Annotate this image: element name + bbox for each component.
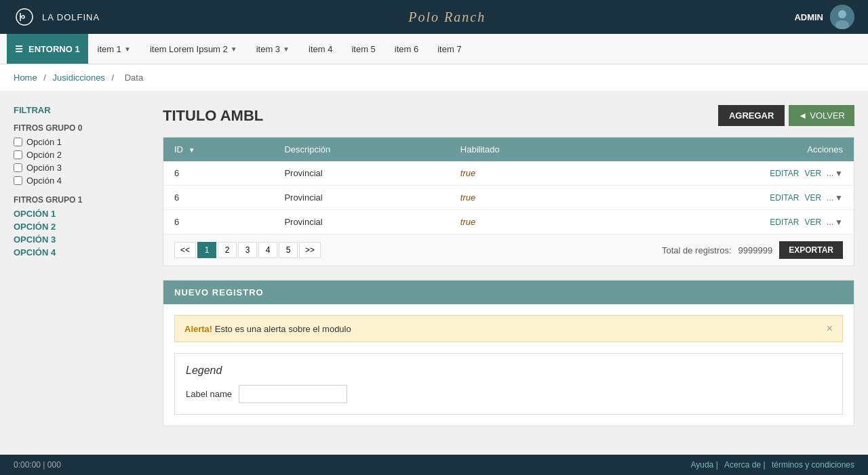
user-name: ADMIN xyxy=(794,12,823,22)
nav-item-6[interactable]: item 6 xyxy=(385,34,428,64)
page-title-row: TITULO AMBL AGREGAR ◄ VOLVER xyxy=(163,105,854,126)
filter-label-0-0: Opción 1 xyxy=(26,137,62,147)
filter-option-0-3[interactable]: Opción 4 xyxy=(14,175,149,186)
cell-id-0: 6 xyxy=(163,161,273,186)
nav-item-4[interactable]: item 4 xyxy=(299,34,342,64)
cell-desc-1: Provincial xyxy=(273,186,449,210)
logo-area: LA DOLFINA xyxy=(14,6,100,28)
back-button[interactable]: ◄ VOLVER xyxy=(789,105,854,126)
filter-checkbox-0-1[interactable] xyxy=(14,150,22,159)
breadcrumb: Home / Jusidicciones / Data xyxy=(0,64,868,91)
sidebar-link-2[interactable]: OPCIÓN 2 xyxy=(14,222,149,232)
col-acciones: Acciones xyxy=(608,138,854,161)
sort-icon-id: ▼ xyxy=(189,146,195,154)
edit-link-1[interactable]: EDITAR xyxy=(770,193,799,203)
edit-link-2[interactable]: EDITAR xyxy=(770,218,799,227)
center-title: Polo Ranch xyxy=(408,9,486,25)
more-dropdown-1[interactable]: ... ▼ xyxy=(827,193,843,203)
avatar[interactable] xyxy=(830,5,854,29)
page-2[interactable]: 2 xyxy=(218,242,237,258)
page-title: TITULO AMBL xyxy=(163,107,263,125)
filter-label-0-1: Opción 2 xyxy=(26,150,62,160)
nav-item-7[interactable]: item 7 xyxy=(428,34,471,64)
page-5[interactable]: 5 xyxy=(279,242,298,258)
cell-hab-2: true xyxy=(450,210,608,234)
table-row: 6 Provincial true EDITAR VER ... ▼ xyxy=(163,161,854,186)
nav-item-5[interactable]: item 5 xyxy=(342,34,384,64)
edit-link-0[interactable]: EDITAR xyxy=(770,169,799,178)
total-value: 9999999 xyxy=(738,245,773,255)
alert-box: Alerta! Esto es una alerta sobre el modu… xyxy=(174,315,843,342)
page-1[interactable]: 1 xyxy=(197,242,216,258)
table-row: 6 Provincial true EDITAR VER ... ▼ xyxy=(163,210,854,234)
filter-option-0-0[interactable]: Opción 1 xyxy=(14,137,149,147)
view-link-1[interactable]: VER xyxy=(804,193,821,203)
footer-link-ayuda[interactable]: Ayuda xyxy=(690,460,713,468)
add-button[interactable]: AGREGAR xyxy=(718,105,785,126)
back-button-label: VOLVER xyxy=(810,110,845,121)
pagination-row: << 1 2 3 4 5 >> Total de registros: 9999… xyxy=(163,234,854,266)
page-3[interactable]: 3 xyxy=(238,242,257,258)
filter-option-0-2[interactable]: Opción 3 xyxy=(14,163,149,173)
sidebar-link-1[interactable]: OPCIÓN 1 xyxy=(14,209,149,219)
view-link-2[interactable]: VER xyxy=(804,218,821,227)
col-descripcion: Descripción xyxy=(273,138,449,161)
filter-label-0-3: Opción 4 xyxy=(26,175,62,186)
cell-desc-0: Provincial xyxy=(273,161,449,186)
filter-checkbox-0-2[interactable] xyxy=(14,163,22,172)
nav-toggle[interactable]: ☰ ENTORNO 1 xyxy=(7,34,88,64)
footer-link-terms[interactable]: términos y condiciones xyxy=(772,460,854,468)
nav-item-1[interactable]: item 1 ▼ xyxy=(88,34,140,64)
svg-point-2 xyxy=(838,10,846,18)
breadcrumb-sep-1: / xyxy=(43,73,48,83)
hamburger-icon: ☰ xyxy=(15,44,23,54)
sidebar-filter-title: FILTRAR xyxy=(14,105,149,115)
breadcrumb-home[interactable]: Home xyxy=(14,73,37,83)
view-link-0[interactable]: VER xyxy=(804,169,821,178)
sidebar-link-3[interactable]: OPCIÓN 3 xyxy=(14,234,149,245)
cell-id-1: 6 xyxy=(163,186,273,210)
content-area: TITULO AMBL AGREGAR ◄ VOLVER ID ▼ xyxy=(163,105,854,455)
page-first[interactable]: << xyxy=(174,242,196,258)
page-last[interactable]: >> xyxy=(299,242,321,258)
user-area: ADMIN xyxy=(794,5,854,29)
label-name-input[interactable] xyxy=(239,385,347,403)
col-habilitado: Habilitado xyxy=(450,138,608,161)
sidebar-link-4[interactable]: OPCIÓN 4 xyxy=(14,247,149,257)
form-label: Label name xyxy=(186,389,232,399)
breadcrumb-jusidicciones[interactable]: Jusidicciones xyxy=(53,73,105,83)
export-button[interactable]: EXPORTAR xyxy=(779,241,843,259)
more-dropdown-2[interactable]: ... ▼ xyxy=(827,218,843,227)
alert-close-button[interactable]: × xyxy=(827,323,833,335)
alert-message: Esto es una alerta sobre el modulo xyxy=(215,324,351,334)
cell-actions-1: EDITAR VER ... ▼ xyxy=(608,186,854,210)
nav-item-3[interactable]: item 3 ▼ xyxy=(247,34,299,64)
page-actions: AGREGAR ◄ VOLVER xyxy=(718,105,854,126)
new-record-card: NUEVO REGISTRO Alerta! Esto es una alert… xyxy=(163,280,854,426)
filter-label-0-2: Opción 3 xyxy=(26,163,62,173)
legend-title: Legend xyxy=(186,365,831,377)
legend-box: Legend Label name xyxy=(174,353,843,415)
filter-checkbox-0-0[interactable] xyxy=(14,138,22,146)
data-table: ID ▼ Descripción Habilitado Acciones xyxy=(163,138,854,234)
filter-group-0-title: FITROS GRUPO 0 xyxy=(14,123,149,133)
col-id[interactable]: ID ▼ xyxy=(163,138,273,161)
dropdown-arrow-1: ▼ xyxy=(835,193,843,203)
filter-checkbox-0-3[interactable] xyxy=(14,176,22,185)
table-row: 6 Provincial true EDITAR VER ... ▼ xyxy=(163,186,854,210)
caret-icon-2: ▼ xyxy=(231,45,237,53)
sidebar: FILTRAR FITROS GRUPO 0 Opción 1 Opción 2… xyxy=(14,105,149,455)
nav-item-2[interactable]: item Lorem Ipsum 2 ▼ xyxy=(140,34,247,64)
cell-actions-2: EDITAR VER ... ▼ xyxy=(608,210,854,234)
footer-link-acerca[interactable]: Acerca de xyxy=(724,460,761,468)
total-records-area: Total de registros: 9999999 EXPORTAR xyxy=(662,241,843,259)
footer-left: 0:00:00 | 000 xyxy=(14,460,61,468)
cell-hab-1: true xyxy=(450,186,608,210)
new-record-header: NUEVO REGISTRO xyxy=(163,281,854,304)
cell-desc-2: Provincial xyxy=(273,210,449,234)
dropdown-arrow-2: ▼ xyxy=(835,218,843,227)
filter-option-0-1[interactable]: Opción 2 xyxy=(14,150,149,160)
form-row: Label name xyxy=(186,385,831,403)
more-dropdown-0[interactable]: ... ▼ xyxy=(827,169,843,178)
page-4[interactable]: 4 xyxy=(258,242,277,258)
